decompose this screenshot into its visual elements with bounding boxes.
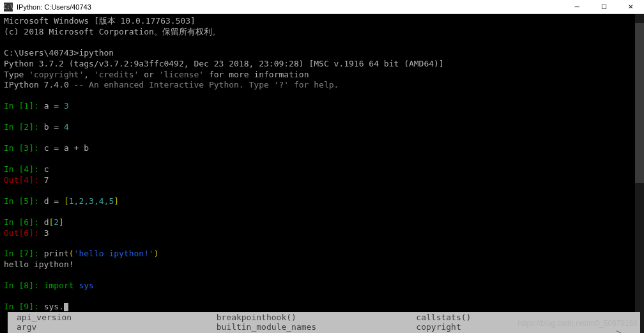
ac-item[interactable]: argv (17, 323, 217, 332)
os-header-1: Microsoft Windows [版本 10.0.17763.503] (4, 16, 640, 27)
ac-item[interactable]: breakpointhook() (217, 313, 417, 323)
terminal[interactable]: Microsoft Windows [版本 10.0.17763.503] (c… (0, 14, 644, 333)
ac-item[interactable]: builtin_module_names (217, 323, 417, 332)
scrollbar[interactable] (635, 14, 644, 333)
window-controls: ─ ☐ ✕ (564, 0, 644, 13)
cursor (64, 303, 68, 311)
in-5: In [5]: d = [1,2,3,4,5] (4, 196, 640, 207)
window-title: IPython: C:Users/40743 (17, 3, 564, 11)
shell-prompt: C:\Users\40743>ipython (4, 48, 640, 59)
in-2: In [2]: b = 4 (4, 122, 640, 133)
autocomplete-col-2: breakpointhook() builtin_module_names by… (217, 313, 417, 333)
out-7-text: hello ipython! (4, 259, 640, 270)
out-6: Out[6]: 3 (4, 228, 640, 239)
type-hint: Type 'copyright', 'credits' or 'license'… (4, 70, 640, 81)
autocomplete-col-1: api_version argv base_exec_prefix base_p… (17, 313, 217, 333)
ipython-banner: IPython 7.4.0 -- An enhanced Interactive… (4, 80, 640, 91)
out-4: Out[4]: 7 (4, 175, 640, 186)
titlebar: C:\ IPython: C:Users/40743 ─ ☐ ✕ (0, 0, 644, 14)
maximize-button[interactable]: ☐ (590, 0, 617, 13)
in-8: In [8]: import sys (4, 281, 640, 291)
cmd-icon: C:\ (4, 3, 13, 12)
in-7: In [7]: print('hello ipython!') (4, 249, 640, 259)
python-version: Python 3.7.2 (tags/v3.7.2:9a3ffc0492, De… (4, 59, 640, 70)
in-3: In [3]: c = a + b (4, 143, 640, 154)
minimize-button[interactable]: ─ (564, 0, 590, 13)
in-6: In [6]: d[2] (4, 217, 640, 228)
watermark: https://blog.csdn.net/m0_50679158 (518, 319, 638, 329)
in-9[interactable]: In [9]: sys. (4, 302, 640, 313)
in-4: In [4]: c (4, 164, 640, 175)
ac-item[interactable]: api_version (17, 313, 217, 323)
in-1: In [1]: a = 3 (4, 101, 640, 112)
scroll-thumb[interactable] (635, 23, 644, 183)
close-button[interactable]: ✕ (617, 0, 644, 13)
os-header-2: (c) 2018 Microsoft Corporation。保留所有权利。 (4, 27, 640, 38)
